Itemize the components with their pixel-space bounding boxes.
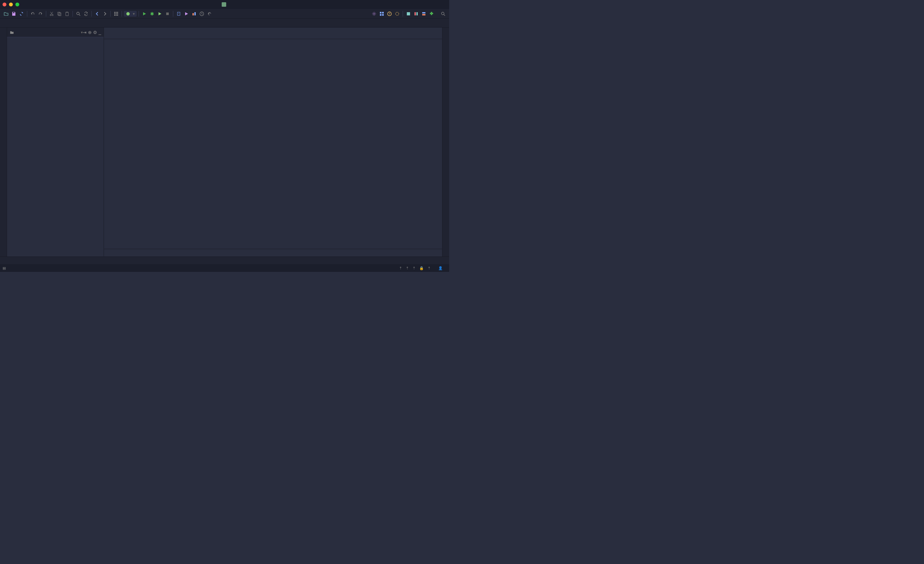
titlebar	[0, 0, 449, 9]
svg-rect-0	[222, 2, 226, 7]
sdk-button[interactable]	[378, 10, 386, 17]
svg-rect-35	[417, 12, 418, 15]
search-everywhere-icon[interactable]	[440, 10, 447, 17]
svg-rect-27	[382, 12, 384, 13]
svg-point-3	[52, 15, 53, 16]
project-icon	[10, 30, 14, 34]
editor-tabs	[104, 28, 442, 39]
theme-icon-3[interactable]	[420, 10, 428, 17]
lock-icon[interactable]: 🔒	[419, 266, 424, 270]
replace-button[interactable]	[82, 10, 90, 17]
open-button[interactable]	[3, 10, 10, 17]
window-title	[222, 2, 228, 7]
locate-icon[interactable]: ⊕	[88, 30, 92, 35]
svg-rect-11	[117, 12, 118, 13]
svg-rect-28	[380, 14, 381, 16]
maximize-icon[interactable]	[15, 3, 19, 6]
svg-rect-23	[194, 12, 196, 15]
right-tool-gutter	[442, 28, 449, 256]
svg-rect-12	[114, 13, 115, 14]
svg-rect-20	[166, 12, 169, 15]
svg-rect-9	[114, 12, 115, 13]
status-bar: ▤ ⇡ ⇡ ⇡ 🔒 ⇡ 👤	[0, 264, 449, 272]
back-button[interactable]	[94, 10, 101, 17]
app-icon	[222, 2, 226, 7]
code-editor[interactable]	[104, 39, 442, 249]
project-tool-window: ▾ ⇥ ⊕ ⚙ ⎯	[7, 28, 104, 256]
svg-rect-34	[414, 12, 416, 15]
svg-rect-7	[66, 12, 68, 12]
stop-button[interactable]	[164, 10, 171, 17]
project-tree[interactable]	[7, 37, 104, 256]
hide-icon[interactable]: ⎯	[99, 30, 101, 35]
project-panel-header: ▾ ⇥ ⊕ ⚙ ⎯	[7, 28, 104, 37]
run-configuration-selector[interactable]: ▾	[124, 11, 136, 16]
undo-button[interactable]	[29, 10, 36, 17]
svg-point-32	[396, 12, 399, 15]
history-button[interactable]	[198, 10, 206, 17]
svg-rect-1	[13, 12, 14, 13]
status-line-sep[interactable]: ⇡	[399, 266, 402, 270]
run-button[interactable]	[141, 10, 148, 17]
settings-icon[interactable]	[370, 10, 378, 17]
paste-button[interactable]	[63, 10, 70, 17]
svg-rect-15	[114, 15, 115, 16]
svg-point-18	[126, 12, 130, 15]
mascot-icon[interactable]: 👤	[438, 266, 443, 270]
svg-rect-22	[192, 13, 194, 15]
svg-rect-10	[116, 12, 117, 13]
svg-rect-33	[407, 12, 410, 15]
svg-rect-29	[382, 14, 384, 16]
editor-breadcrumbs[interactable]	[104, 249, 442, 256]
sync-button[interactable]	[18, 10, 25, 17]
svg-point-38	[441, 12, 444, 15]
gradle-icon	[126, 12, 130, 16]
svg-point-8	[76, 12, 79, 15]
plugin-icon[interactable]	[428, 10, 435, 17]
profile-button[interactable]	[183, 10, 190, 17]
main-toolbar: ▾ ?	[0, 9, 449, 19]
run-coverage-button[interactable]	[156, 10, 163, 17]
theme-icon-1[interactable]	[405, 10, 412, 17]
settings-icon[interactable]: ⚙	[93, 30, 97, 35]
gutter-marks	[122, 39, 128, 249]
svg-rect-6	[66, 12, 68, 16]
traffic-lights[interactable]	[3, 3, 19, 6]
redo-button[interactable]	[37, 10, 44, 17]
minimize-icon[interactable]	[9, 3, 13, 6]
debug-button[interactable]	[148, 10, 156, 17]
attach-button[interactable]	[175, 10, 182, 17]
collapse-icon[interactable]: ⇥	[83, 30, 87, 35]
svg-rect-36	[422, 12, 425, 13]
save-button[interactable]	[10, 10, 17, 17]
navigation-bar	[0, 19, 449, 28]
svg-rect-21	[177, 12, 180, 15]
left-tool-gutter	[0, 28, 7, 256]
update-button[interactable]	[190, 10, 198, 17]
forward-button[interactable]	[101, 10, 108, 17]
theme-icon-2[interactable]	[412, 10, 420, 17]
revert-button[interactable]	[206, 10, 213, 17]
svg-rect-16	[116, 15, 117, 16]
svg-point-19	[151, 12, 153, 15]
code-content[interactable]	[128, 39, 442, 249]
svg-text:?: ?	[388, 12, 390, 15]
svg-rect-17	[117, 15, 118, 16]
bottom-tool-tabs	[0, 256, 449, 264]
svg-rect-37	[422, 14, 425, 15]
close-icon[interactable]	[3, 3, 6, 6]
status-lang[interactable]: ⇡	[428, 266, 430, 270]
config-button[interactable]	[394, 10, 401, 17]
help-icon[interactable]: ?	[386, 10, 393, 17]
editor-area	[104, 28, 442, 256]
svg-rect-26	[380, 12, 381, 13]
svg-point-2	[50, 15, 51, 16]
copy-button[interactable]	[56, 10, 63, 17]
cut-button[interactable]	[48, 10, 55, 17]
svg-point-25	[374, 13, 375, 15]
find-button[interactable]	[75, 10, 82, 17]
layers-icon[interactable]: ▤	[3, 266, 6, 270]
grid-icon[interactable]	[112, 10, 120, 17]
status-git[interactable]: ⇡	[412, 266, 416, 270]
status-encoding[interactable]: ⇡	[406, 266, 409, 270]
